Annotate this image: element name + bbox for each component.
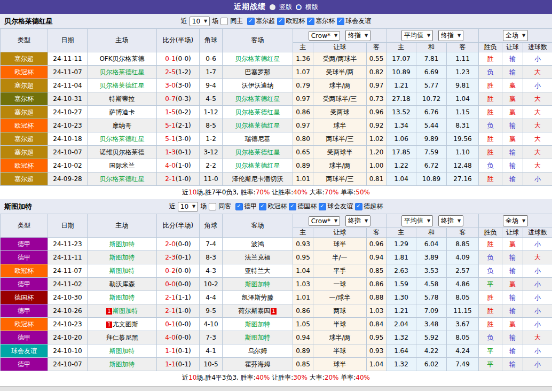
layout-radio-vertical-label[interactable]: 竖版 (279, 3, 292, 12)
league-checkbox[interactable] (307, 18, 314, 25)
col-score: 比分(半场) (157, 29, 200, 52)
team-link[interactable]: 泽伦斯尼卡潘切沃 (232, 175, 283, 183)
team-link[interactable]: 贝尔格莱德红星 (100, 68, 145, 76)
handicap-away-odds: 0.97 (367, 79, 387, 92)
away-team: 荷尔斯泰因1 (223, 304, 293, 318)
team-link[interactable]: 斯图加特 (245, 320, 271, 328)
league-checkbox[interactable] (277, 18, 285, 25)
layout-radio-horizontal[interactable] (296, 4, 302, 10)
handicap-home-odds: 0.65 (293, 146, 313, 159)
handicap-home-odds: 0.97 (293, 119, 313, 132)
title-bar: 近期战绩 竖版 横版 (0, 0, 552, 14)
score: 2-5(1-2) (157, 66, 200, 79)
team-link[interactable]: 贝尔格莱德红星 (235, 162, 280, 169)
team-link[interactable]: 贝尔格莱德红星 (100, 175, 145, 183)
league-badge: 德甲 (1, 358, 48, 371)
team-link[interactable]: 斯图加特 (113, 307, 138, 315)
away-team: 贝尔格莱德红星 (223, 119, 293, 132)
team-link[interactable]: 荷尔斯泰因 (238, 307, 270, 315)
team-link[interactable]: 国际米兰 (109, 162, 135, 169)
odds-source-select[interactable]: Crow*▼ (309, 31, 340, 41)
odds-time-select[interactable]: 终指▼ (345, 215, 370, 226)
team-link[interactable]: 尤文图斯 (113, 320, 138, 328)
average-select[interactable]: 平均值▼ (401, 215, 433, 226)
team-link[interactable]: 斯图加特 (245, 334, 271, 341)
league-checkbox[interactable] (235, 203, 243, 210)
team-link[interactable]: 巴塞罗那 (245, 68, 271, 76)
team-link[interactable]: 贝尔格莱德红星 (235, 95, 280, 103)
team-link[interactable]: 贝尔格莱德红星 (235, 148, 280, 156)
handicap-line: 两球半/三 (313, 132, 367, 146)
league-checkbox[interactable] (259, 203, 266, 210)
team-link[interactable]: 波鸿 (251, 240, 264, 248)
team-link[interactable]: 凯泽斯劳滕 (242, 294, 274, 301)
team-link[interactable]: 特斯蒂拉 (109, 95, 135, 103)
team-link[interactable]: OFK贝尔格莱德 (99, 55, 144, 62)
league-badge: 德甲 (1, 238, 48, 251)
team-link[interactable]: 勒沃库森 (109, 280, 135, 288)
team-name: 贝尔格莱德红星 (4, 17, 53, 26)
league-checkbox[interactable] (289, 203, 296, 210)
team-link[interactable]: 贝尔格莱德红星 (100, 135, 145, 143)
team-link[interactable]: 斯图加特 (109, 240, 135, 248)
team-link[interactable]: 斯图加特 (109, 267, 135, 275)
away-team: 斯图加特 (223, 331, 293, 344)
games-count-select[interactable]: 10▼ (178, 202, 198, 211)
same-home-checkbox[interactable] (220, 18, 228, 25)
team-link[interactable]: 沃伊沃迪纳 (242, 82, 274, 89)
team-link[interactable]: 法兰克福 (245, 254, 271, 261)
table-row: 塞尔超24-10-18贝尔格莱德红星5-1(3-0)1-2瑞德尼基0.80两球半… (1, 132, 552, 146)
layout-radio-vertical[interactable] (270, 4, 275, 10)
odds-source-select[interactable]: Crow*▼ (309, 216, 340, 226)
result-goals: 小 (523, 264, 552, 278)
corners: 3-12 (200, 146, 223, 159)
col-date: 日期 (48, 29, 88, 52)
team-link[interactable]: 斯图加特 (109, 347, 135, 355)
league-checkbox[interactable] (319, 203, 326, 210)
corners: 0-6 (200, 52, 223, 66)
same-away-checkbox[interactable] (209, 203, 216, 210)
team-link[interactable]: 贝尔格莱德红星 (235, 108, 280, 116)
home-team: 勒沃库森 (88, 278, 157, 291)
avg-draw-odds: 7.59 (416, 146, 447, 159)
average-select[interactable]: 平均值▼ (401, 30, 433, 41)
team-link[interactable]: 贝尔格莱德红星 (235, 122, 280, 129)
league-checkbox[interactable] (337, 18, 344, 25)
team-link[interactable]: 瑞德尼基 (245, 135, 271, 143)
scope-select[interactable]: 全场▼ (503, 30, 528, 41)
team-link[interactable]: 诺维贝尔格莱德 (100, 148, 145, 156)
scope-select[interactable]: 全场▼ (503, 215, 528, 226)
team-link[interactable]: 拜仁慕尼黑 (106, 334, 138, 341)
team-link[interactable]: 萨博迪卡 (109, 108, 135, 116)
result-goals: 大 (523, 119, 552, 132)
avg-away-odds: 19.56 (447, 132, 479, 146)
red-card-badge: 1 (106, 322, 112, 328)
odds-time-select[interactable]: 终指▼ (345, 30, 370, 41)
home-team: 斯图加特 (88, 264, 157, 278)
average-time-select[interactable]: 终指▼ (438, 30, 463, 41)
match-date: 24-10-26 (48, 304, 88, 318)
layout-radio-horizontal-label[interactable]: 横版 (305, 3, 318, 12)
handicap-away-odds: 0.92 (367, 119, 387, 132)
handicap-line: 球半/两 (313, 331, 367, 344)
team-link[interactable]: 乌尔姆 (248, 347, 267, 355)
team-link[interactable]: 亚特兰大 (245, 267, 271, 275)
team-link[interactable]: 斯图加特 (109, 254, 135, 261)
league-checkbox[interactable] (247, 18, 255, 25)
avg-draw-odds: 3.89 (416, 251, 447, 264)
away-team: 亚特兰大 (223, 264, 293, 278)
result-wdl: 负 (479, 264, 502, 278)
team-link[interactable]: 斯图加特 (245, 280, 271, 288)
games-count-select[interactable]: 10▼ (190, 17, 210, 26)
average-time-select[interactable]: 终指▼ (438, 215, 463, 226)
horizontal-scrollbar[interactable] (0, 386, 552, 391)
team-link[interactable]: 摩纳哥 (113, 122, 132, 129)
team-link[interactable]: 斯图加特 (109, 294, 135, 301)
league-checkbox-label: 球会友谊 (327, 202, 353, 211)
league-checkbox[interactable] (355, 203, 362, 210)
near-label: 近 (181, 17, 187, 26)
team-link[interactable]: 霍芬海姆 (245, 360, 271, 368)
team-link[interactable]: 贝尔格莱德红星 (100, 82, 145, 89)
team-link[interactable]: 斯图加特 (109, 360, 135, 368)
team-link[interactable]: 贝尔格莱德红星 (235, 55, 280, 62)
